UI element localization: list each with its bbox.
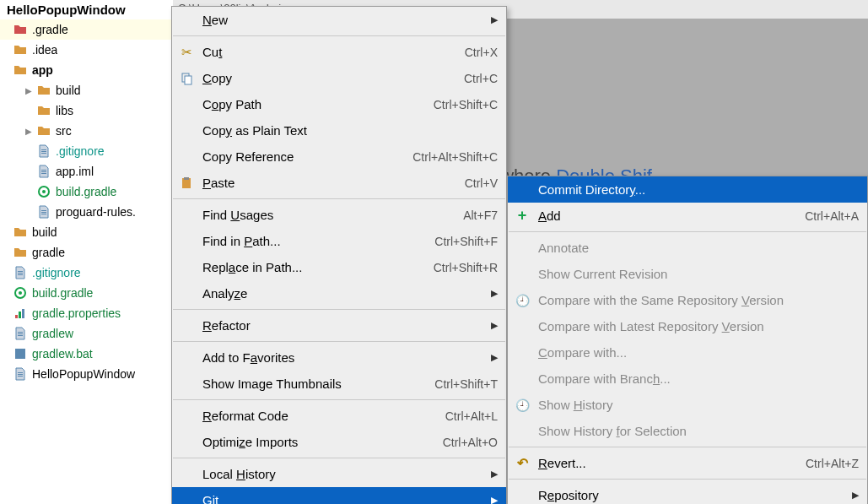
tree-item[interactable]: app.iml [0,161,173,182]
tree-item[interactable]: .gitignore [0,141,173,161]
menu-item-label: Repository [538,488,844,502]
tree-item[interactable]: ▶src [0,121,173,141]
menu-item[interactable]: Optimize ImportsCtrl+Alt+O [172,429,506,455]
tree-item-label: gradle [32,246,65,259]
menu-item-label: Cut [202,45,455,59]
folder-icon [13,225,27,239]
menu-item[interactable]: Git▶ [172,487,506,504]
menu-item-label: Analyze [202,286,483,301]
menu-item[interactable]: CopyCtrl+C [172,65,506,91]
tree-item-label: gradle.properties [32,306,121,320]
tree-item-label: build [56,84,81,97]
menu-item[interactable]: Repository▶ [508,482,867,504]
svg-rect-4 [15,315,18,318]
tree-item[interactable]: .gitignore [0,263,173,283]
submenu-arrow-icon: ▶ [852,490,859,501]
tree-item[interactable]: app [0,60,173,80]
folder-red-icon [13,23,27,36]
menu-item-label: Show History [538,398,859,412]
revert-icon: ↶ [515,456,530,471]
tree-item-label: libs [56,104,73,117]
tree-item[interactable]: libs [0,100,173,121]
tree-item[interactable]: ▶build [0,80,173,100]
menu-item-label: Add [538,209,795,223]
menu-item[interactable]: Find in Path...Ctrl+Shift+F [172,228,506,254]
svg-point-3 [19,291,22,295]
menu-item[interactable]: ✂CutCtrl+X [172,39,506,65]
menu-item[interactable]: +AddCtrl+Alt+A [508,203,867,229]
menu-item[interactable]: Add to Favorites▶ [172,344,506,371]
menu-separator [173,198,505,199]
tree-item[interactable]: proguard-rules. [0,202,173,222]
expand-arrow-icon[interactable]: ▶ [25,127,32,136]
menu-item-shortcut: Ctrl+Alt+L [445,409,498,423]
folder-icon [13,246,27,259]
tree-item[interactable]: gradlew.bat [0,344,173,364]
menu-separator [509,479,866,480]
file-icon [13,266,27,279]
menu-item-label: Compare with the Same Repository Version [538,293,859,307]
tree-item-label: build.gradle [56,185,116,198]
tree-item[interactable]: .idea [0,40,173,60]
tree-item[interactable]: HelloPopupWindow [0,364,173,384]
tree-item-label: build.gradle [32,286,93,300]
menu-item[interactable]: Copy as Plain Text [172,117,506,144]
menu-item: Show Current Revision [508,261,867,287]
menu-item[interactable]: Find UsagesAlt+F7 [172,202,506,228]
tree-item-label: gradlew [32,327,73,340]
menu-item-label: Show History for Selection [538,424,859,438]
tree-item-label: .gitignore [32,266,81,279]
menu-item[interactable]: PasteCtrl+V [172,170,506,196]
tree-item[interactable]: build [0,222,173,242]
menu-item-shortcut: Ctrl+C [464,72,498,85]
tree-item-label: .idea [32,43,57,57]
tree-item[interactable]: build.gradle [0,283,173,303]
menu-item[interactable]: ↶Revert...Ctrl+Alt+Z [508,450,867,476]
tree-item-label: gradlew.bat [32,347,93,360]
copy-icon [179,71,194,86]
menu-item[interactable]: Reformat CodeCtrl+Alt+L [172,403,506,429]
submenu-arrow-icon: ▶ [491,495,498,504]
menu-item[interactable]: Refactor▶ [172,312,506,339]
menu-item[interactable]: Local History▶ [172,461,506,487]
menu-item-label: New [202,13,483,27]
tree-item[interactable]: gradlew [0,323,173,344]
tree-item[interactable]: gradle.properties [0,303,173,323]
menu-item[interactable]: Commit Directory... [508,176,867,203]
menu-item: Compare with Branch... [508,366,867,392]
folder-icon [37,84,51,97]
file-icon [37,165,51,178]
submenu-arrow-icon: ▶ [491,14,498,25]
tree-item[interactable]: build.gradle [0,182,173,202]
menu-item: Show History for Selection [508,418,867,444]
menu-item[interactable]: Show Image ThumbnailsCtrl+Shift+T [172,371,506,397]
tree-item[interactable]: gradle [0,242,173,263]
tree-item-label: HelloPopupWindow [32,367,135,381]
git-submenu[interactable]: Commit Directory...+AddCtrl+Alt+AAnnotat… [507,176,868,504]
project-tree[interactable]: HelloPopupWindow .gradle.ideaapp▶buildli… [0,0,173,504]
menu-item: 🕘Show History [508,392,867,418]
menu-item[interactable]: Analyze▶ [172,280,506,306]
menu-item-label: Refactor [202,318,483,333]
tree-item-label: src [56,124,72,138]
context-menu[interactable]: New▶✂CutCtrl+XCopyCtrl+CCopy PathCtrl+Sh… [171,6,507,504]
svg-rect-10 [17,356,21,357]
gradle-icon [13,286,27,300]
menu-item-label: Compare with Latest Repository Version [538,319,859,333]
menu-item-label: Annotate [538,241,859,255]
menu-item[interactable]: Copy PathCtrl+Shift+C [172,91,506,117]
tree-item-label: .gradle [32,23,68,36]
menu-item[interactable]: New▶ [172,7,506,33]
project-tree-header[interactable]: HelloPopupWindow [0,0,173,19]
menu-separator [509,231,866,232]
tree-item[interactable]: .gradle [0,19,173,40]
menu-item-label: Find in Path... [202,234,424,248]
menu-item-label: Find Usages [202,208,453,222]
menu-item-shortcut: Ctrl+V [465,176,498,190]
menu-item-label: Copy Path [202,97,423,111]
menu-item[interactable]: Replace in Path...Ctrl+Shift+R [172,254,506,280]
expand-arrow-icon[interactable]: ▶ [25,86,32,95]
menu-separator [173,309,505,310]
menu-item-label: Show Current Revision [538,267,859,281]
menu-item[interactable]: Copy ReferenceCtrl+Alt+Shift+C [172,144,506,170]
